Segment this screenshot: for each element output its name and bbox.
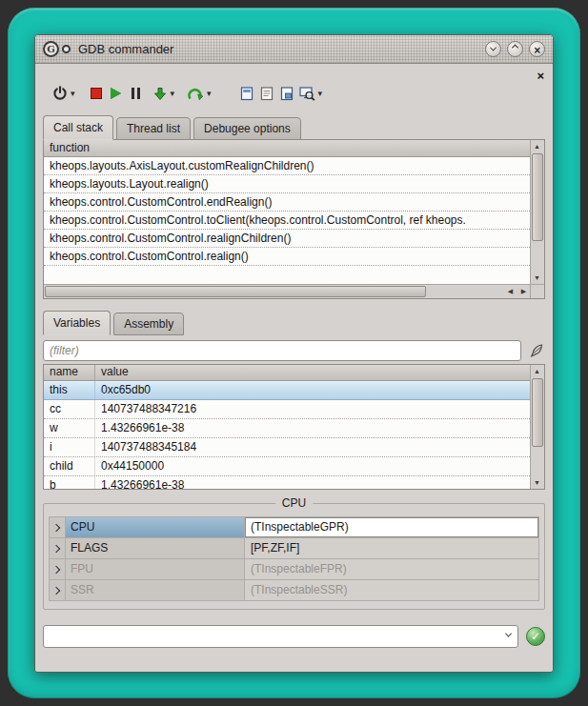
tab[interactable]: Assembly (113, 313, 184, 335)
expander-icon[interactable] (50, 517, 66, 537)
callstack-row[interactable]: kheops.control.CustomControl.realign() (44, 248, 530, 266)
variable-name: i (44, 438, 95, 456)
variable-value: 1.43266961e-38 (95, 419, 530, 437)
cpu-register-value: [PF,ZF,IF] (245, 538, 538, 558)
tab[interactable]: Debugee options (193, 117, 301, 140)
step-into-button[interactable] (152, 82, 168, 105)
power-dropdown[interactable] (71, 89, 75, 98)
step-over-button[interactable] (188, 82, 204, 105)
screen-search-icon (299, 86, 315, 101)
variable-name: this (44, 381, 95, 399)
callstack-horizontal-scrollbar[interactable] (44, 284, 530, 298)
screen-search-dropdown[interactable] (318, 89, 323, 98)
callstack-row[interactable]: kheops.control.CustomControl.toClient(kh… (44, 212, 530, 230)
minimize-button[interactable] (485, 41, 501, 57)
maximize-button[interactable] (507, 41, 523, 57)
pause-button[interactable] (132, 82, 140, 105)
scroll-down-icon[interactable] (531, 272, 543, 284)
filter-pen-icon[interactable] (528, 342, 545, 359)
tab-label: Thread list (127, 122, 180, 135)
tab-label: Debugee options (204, 122, 291, 135)
callstack-column-header[interactable]: function (44, 140, 530, 157)
column-header-value[interactable]: value (95, 365, 530, 380)
pause-icon (132, 88, 134, 99)
scroll-up-icon[interactable] (531, 140, 543, 152)
command-combobox[interactable] (43, 625, 518, 648)
teal-frame: GDB commander (8, 8, 580, 698)
debug-toolbar (52, 81, 545, 106)
variable-value: 1.43266961e-38 (95, 476, 530, 489)
tab[interactable]: Thread list (116, 117, 191, 140)
mid-tabs: Variables Assembly (43, 311, 545, 335)
panel-close-button[interactable] (537, 68, 544, 83)
callstack-function: kheops.control.CustomControl.realignChil… (50, 232, 291, 245)
cpu-register-group[interactable]: FPU (66, 559, 245, 579)
variable-row[interactable]: this 0xc65db0 (44, 381, 530, 400)
screen-search-button[interactable] (299, 82, 315, 105)
cpu-register-group[interactable]: SSR (66, 580, 245, 600)
variable-row[interactable]: i 140737488345184 (44, 438, 530, 457)
document-icon (240, 86, 253, 101)
callstack-function: kheops.layouts.AxisLayout.customRealignC… (50, 159, 314, 172)
scrollbar-thumb[interactable] (532, 153, 543, 241)
scroll-down-icon[interactable] (531, 476, 543, 489)
scroll-left-icon[interactable] (504, 285, 517, 297)
cpu-inspector: CPU (TInspectableGPR) FLAGS [PF,ZF,IF] F (49, 516, 539, 601)
open-document-button[interactable] (240, 82, 253, 105)
variable-row[interactable]: b 1.43266961e-38 (44, 476, 530, 489)
expander-icon[interactable] (50, 580, 66, 600)
variable-name: cc (44, 400, 95, 418)
filter-input[interactable] (43, 340, 521, 361)
cpu-register-value: (TInspectableFPR) (245, 559, 538, 579)
cpu-register-group[interactable]: FLAGS (66, 538, 245, 558)
document-lines-icon (260, 86, 274, 101)
window-title: GDB commander (78, 42, 173, 56)
close-icon (534, 41, 540, 58)
stop-button[interactable] (91, 82, 102, 105)
variables-vertical-scrollbar[interactable] (530, 365, 544, 489)
send-command-button[interactable] (526, 627, 545, 646)
expander-icon[interactable] (50, 559, 66, 579)
callstack-row[interactable]: kheops.control.CustomControl.endRealign(… (44, 193, 530, 212)
tab[interactable]: Variables (43, 311, 111, 335)
expander-icon[interactable] (50, 538, 66, 558)
scrollbar-corner (530, 284, 544, 298)
scroll-up-icon[interactable] (531, 365, 543, 377)
variable-row[interactable]: child 0x44150000 (44, 457, 530, 476)
variables-panel: name value this 0xc65db0 cc (43, 364, 545, 490)
callstack-row[interactable]: kheops.layouts.Layout.realign() (44, 175, 530, 193)
callstack-row[interactable]: kheops.control.CustomControl.realignChil… (44, 230, 530, 248)
scrollbar-thumb[interactable] (532, 378, 543, 447)
cpu-row[interactable]: CPU (TInspectableGPR) (50, 517, 538, 538)
tab-label: Call stack (53, 121, 103, 134)
cpu-row[interactable]: FLAGS [PF,ZF,IF] (50, 538, 538, 559)
titlebar[interactable]: GDB commander (35, 35, 553, 64)
variable-value: 0xc65db0 (95, 381, 530, 399)
view-memory-button[interactable] (280, 82, 294, 105)
cpu-row[interactable]: FPU (TInspectableFPR) (50, 559, 538, 580)
close-button[interactable] (529, 41, 545, 57)
filter-row (43, 340, 545, 361)
scrollbar-thumb[interactable] (45, 286, 426, 297)
cpu-groupbox-title: CPU (275, 496, 313, 510)
cpu-row[interactable]: SSR (TInspectableSSR) (50, 580, 538, 601)
callstack-row[interactable]: kheops.layouts.AxisLayout.customRealignC… (44, 157, 530, 175)
step-into-dropdown[interactable] (171, 89, 175, 98)
variable-row[interactable]: w 1.43266961e-38 (44, 419, 530, 438)
cpu-register-group[interactable]: CPU (66, 517, 245, 537)
cpu-register-value: (TInspectableGPR) (245, 517, 538, 537)
callstack-vertical-scrollbar[interactable] (530, 140, 544, 284)
view-list-button[interactable] (260, 82, 274, 105)
column-header-name[interactable]: name (44, 365, 95, 380)
variable-row[interactable]: cc 140737488347216 (44, 400, 530, 419)
power-run-button[interactable] (52, 82, 68, 105)
variable-value: 140737488345184 (95, 438, 530, 456)
tab[interactable]: Call stack (43, 115, 113, 140)
continue-button[interactable] (111, 82, 121, 105)
window-content: Call stack Thread list Debugee options f… (35, 64, 553, 672)
step-over-dropdown[interactable] (207, 89, 212, 98)
document-screen-icon (280, 86, 294, 101)
scroll-right-icon[interactable] (517, 285, 530, 297)
variables-rows: this 0xc65db0 cc 140737488347216 w (44, 381, 530, 489)
command-input[interactable] (43, 625, 518, 648)
